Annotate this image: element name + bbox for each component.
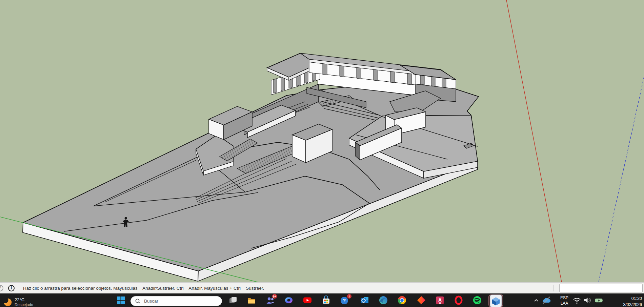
wifi-tray-button[interactable] [572,295,582,306]
opera-button[interactable] [454,295,463,305]
spotify-button[interactable] [472,295,482,305]
context-help-icon[interactable]: ? [0,285,3,291]
info-icon[interactable]: i [8,285,15,291]
edge-button[interactable] [379,295,388,305]
windows-start-icon[interactable] [117,296,125,304]
keyboard-layout: LAA [559,301,569,306]
teams-button[interactable]: 9+ [265,295,275,305]
search-input[interactable]: Buscar [130,296,222,306]
sketchup-icon [489,294,503,307]
wifi-icon [572,295,582,305]
autocad-button[interactable]: A [435,295,445,305]
teams-badge: 9+ [272,294,277,299]
status-bar: ? i Haz clic o arrastra para seleccionar… [0,282,644,293]
weather-widget[interactable]: 22°C Despejado [3,295,33,307]
weather-temperature: 22°C [15,297,33,302]
divider [19,285,19,291]
battery-tray-button[interactable] [595,295,604,306]
svg-text:?: ? [343,298,346,303]
3d-viewport[interactable] [0,0,644,282]
chevron-up-icon [531,295,541,305]
search-icon [135,299,141,304]
battery-charging-icon [595,295,604,305]
onedrive-paused-icon [542,295,551,305]
outlook-button[interactable] [360,295,369,305]
chrome-button[interactable] [397,295,407,305]
svg-text:A: A [438,297,442,303]
time: 01:20 [618,295,642,302]
clock[interactable]: 01:20 3/02/2026 [618,295,642,307]
volume-icon [583,295,592,305]
diamond-app-button[interactable] [417,295,426,305]
search-placeholder: Buscar [144,299,158,304]
language-code: ESP [559,295,569,301]
divider [554,285,554,291]
date: 3/02/2026 [618,302,642,307]
get-help-button[interactable]: ? ! [340,295,349,305]
measurements-input[interactable] [559,284,643,292]
microsoft-store-button[interactable] [321,295,331,305]
onedrive-tray-button[interactable] [542,295,551,306]
volume-tray-button[interactable] [583,295,592,306]
weather-condition: Despejado [15,302,33,307]
sketchup-screen: ? i Haz clic o arrastra para seleccionar… [0,0,644,307]
help-alert-badge: ! [347,294,352,299]
task-view-button[interactable] [228,295,238,305]
tray-overflow-button[interactable] [531,295,541,306]
file-explorer-button[interactable] [247,295,256,305]
clear-night-moon-icon [3,298,12,307]
language-indicator[interactable]: ESP LAA [559,295,569,306]
youtube-button[interactable] [303,295,312,305]
copilot-button[interactable] [284,295,294,305]
taskbar: 22°C Despejado Buscar [0,293,644,307]
status-message: Haz clic o arrastra para seleccionar obj… [23,286,264,291]
sketchup-button-active[interactable] [488,294,503,307]
